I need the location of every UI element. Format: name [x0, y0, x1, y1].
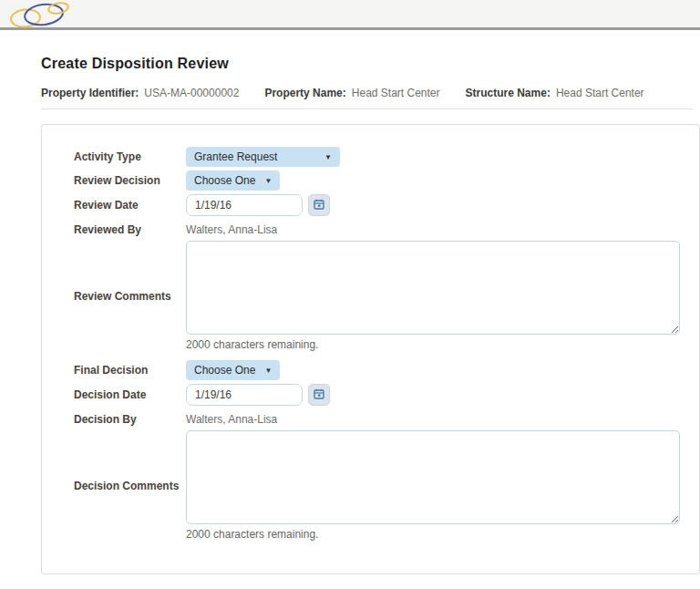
final-decision-label: Final Decision: [74, 364, 186, 377]
decision-date-calendar-button[interactable]: [308, 384, 330, 406]
decision-comments-group: 2000 characters remaining.: [186, 430, 680, 541]
final-decision-row: Final Decision Choose One ▼: [74, 360, 699, 380]
review-date-row: Review Date: [74, 194, 699, 216]
activity-type-label: Activity Type: [74, 150, 186, 163]
decision-by-label: Decision By: [74, 413, 186, 426]
calendar-icon: [314, 199, 324, 212]
property-name-value: Head Start Center: [352, 87, 440, 99]
review-date-label: Review Date: [74, 199, 186, 212]
property-identifier-value: USA-MA-00000002: [144, 87, 239, 99]
review-comments-textarea[interactable]: [186, 241, 680, 335]
review-date-calendar-button[interactable]: [308, 194, 330, 216]
overlapping-ellipses-logo: [5, 2, 77, 33]
reviewed-by-row: Reviewed By Walters, Anna-Lisa: [74, 222, 699, 237]
review-decision-label: Review Decision: [74, 174, 186, 187]
page-title: Create Disposition Review: [41, 56, 700, 72]
activity-type-select[interactable]: Grantee Request ▼: [186, 147, 340, 167]
review-comments-row: Review Comments 2000 characters remainin…: [74, 241, 699, 351]
activity-type-selected-value: Grantee Request: [194, 150, 277, 163]
disposition-review-form: Activity Type Grantee Request ▼ Review D…: [41, 124, 700, 574]
reviewed-by-value: Walters, Anna-Lisa: [186, 223, 277, 236]
structure-name-label: Structure Name:: [466, 87, 551, 99]
review-decision-select[interactable]: Choose One ▼: [186, 170, 280, 191]
property-identifier-label: Property Identifier:: [41, 87, 139, 99]
decision-date-input[interactable]: [186, 384, 303, 406]
reviewed-by-label: Reviewed By: [74, 223, 186, 236]
chevron-down-icon: ▼: [324, 153, 332, 161]
decision-date-row: Decision Date: [74, 384, 699, 406]
divider: [41, 108, 693, 109]
final-decision-select[interactable]: Choose One ▼: [186, 360, 280, 380]
main-content: Create Disposition Review Property Ident…: [0, 56, 700, 589]
top-bar: [0, 0, 700, 30]
review-comments-remaining-hint: 2000 characters remaining.: [186, 338, 680, 351]
chevron-down-icon: ▼: [264, 177, 272, 185]
decision-comments-row: Decision Comments 2000 characters remain…: [74, 430, 699, 541]
review-decision-selected-value: Choose One: [194, 174, 255, 187]
review-decision-row: Review Decision Choose One ▼: [74, 170, 699, 191]
structure-name-value: Head Start Center: [556, 87, 644, 99]
property-name-label: Property Name:: [264, 87, 345, 99]
chevron-down-icon: ▼: [264, 367, 272, 375]
property-name: Property Name: Head Start Center: [264, 87, 439, 99]
decision-by-row: Decision By Walters, Anna-Lisa: [74, 412, 699, 427]
activity-type-row: Activity Type Grantee Request ▼: [74, 147, 699, 167]
property-info-row: Property Identifier: USA-MA-00000002 Pro…: [41, 87, 700, 99]
decision-comments-label: Decision Comments: [74, 480, 186, 492]
review-comments-group: 2000 characters remaining.: [186, 241, 680, 351]
decision-comments-remaining-hint: 2000 characters remaining.: [186, 528, 680, 541]
property-identifier: Property Identifier: USA-MA-00000002: [41, 87, 239, 99]
structure-name: Structure Name: Head Start Center: [466, 87, 644, 99]
review-date-input[interactable]: [186, 194, 303, 216]
review-comments-label: Review Comments: [74, 290, 186, 303]
decision-date-label: Decision Date: [74, 388, 186, 401]
final-decision-selected-value: Choose One: [194, 364, 255, 377]
decision-comments-textarea[interactable]: [186, 430, 680, 524]
calendar-icon: [314, 388, 324, 402]
decision-by-value: Walters, Anna-Lisa: [186, 413, 277, 426]
